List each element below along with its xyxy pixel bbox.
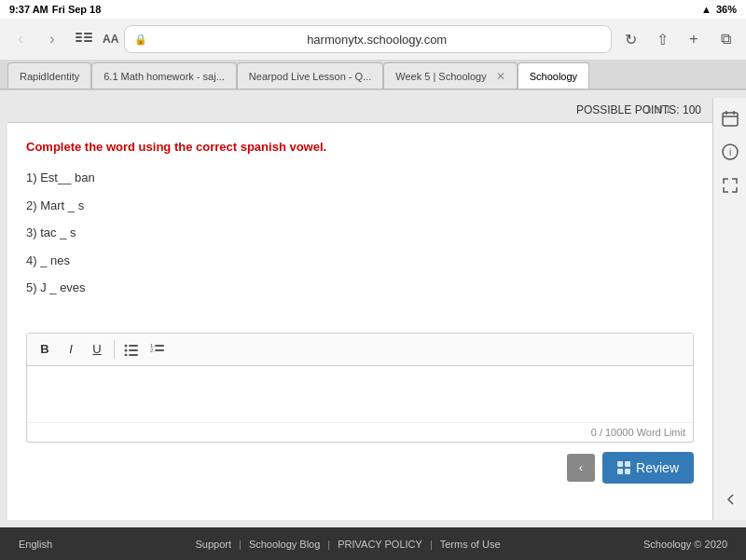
footer: English Support | Schoology Blog | PRIVA… <box>0 527 746 560</box>
right-sidebar: i <box>712 98 746 520</box>
url-text: harmonytx.schoology.com <box>152 33 601 47</box>
status-left: 9:37 AM Fri Sep 18 <box>9 4 101 15</box>
svg-rect-17 <box>625 461 630 467</box>
svg-rect-15 <box>155 349 164 351</box>
tabs-button[interactable]: ⧉ <box>712 26 739 52</box>
footer-support-link[interactable]: Support <box>195 539 231 550</box>
question-4: 4) _ nes <box>26 252 694 270</box>
content-area: 1 of 1 POSSIBLE POINTS: 100 Complete the… <box>7 98 712 520</box>
question-3: 3) tac _ s <box>26 224 694 242</box>
svg-rect-0 <box>76 33 82 34</box>
reload-button[interactable]: ↻ <box>617 26 643 52</box>
svg-rect-11 <box>129 354 138 356</box>
svg-text:i: i <box>729 147 731 157</box>
tab-math-homework[interactable]: 6.1 Math homework - saj... <box>91 62 237 89</box>
share-button[interactable]: ⇧ <box>649 26 675 52</box>
toolbar-actions: ↻ ⇧ + ⧉ <box>617 26 739 52</box>
svg-rect-16 <box>617 461 623 467</box>
back-button[interactable]: ‹ <box>7 26 34 52</box>
collapse-icon[interactable] <box>717 486 743 512</box>
svg-rect-5 <box>84 40 92 42</box>
footer-copyright: Schoology © 2020 <box>643 539 727 550</box>
svg-point-8 <box>125 348 128 351</box>
question-5: 5) J _ eves <box>26 279 694 297</box>
editor-content-area[interactable] <box>27 366 693 422</box>
svg-point-10 <box>125 353 128 356</box>
browser-toolbar: ‹ › AA 🔒 harmonytx.schoology.com ↻ ⇧ + ⧉ <box>0 19 746 60</box>
address-bar[interactable]: 🔒 harmonytx.schoology.com <box>124 25 612 53</box>
svg-text:2.: 2. <box>150 348 155 353</box>
page-header: 1 of 1 POSSIBLE POINTS: 100 <box>7 98 712 123</box>
svg-rect-3 <box>84 33 92 34</box>
info-icon[interactable]: i <box>717 139 743 165</box>
status-right: ▲ 36% <box>701 4 737 15</box>
footer-blog-link[interactable]: Schoology Blog <box>249 539 320 550</box>
svg-rect-2 <box>76 40 82 42</box>
tab-week5[interactable]: Week 5 | Schoology ✕ <box>383 62 517 89</box>
unordered-list-button[interactable] <box>119 337 144 362</box>
tab-schoology[interactable]: Schoology <box>518 62 589 89</box>
ordered-list-button[interactable]: 1.2. <box>145 337 170 362</box>
browser-chrome: ‹ › AA 🔒 harmonytx.schoology.com ↻ ⇧ + ⧉… <box>0 19 746 90</box>
tabs-bar: RapidIdentity 6.1 Math homework - saj...… <box>0 60 746 89</box>
reader-view-button[interactable] <box>71 26 97 52</box>
expand-icon[interactable] <box>717 172 743 198</box>
instructions-text: Complete the word using the correct span… <box>26 140 694 154</box>
tab-rapididentity[interactable]: RapidIdentity <box>7 62 91 89</box>
calendar-icon[interactable] <box>717 105 743 131</box>
time: 9:37 AM <box>9 4 48 15</box>
aa-button[interactable]: AA <box>103 33 118 46</box>
svg-point-6 <box>125 344 128 347</box>
word-limit-text: 0 / 10000 Word Limit <box>27 422 693 442</box>
footer-language: English <box>19 539 52 550</box>
svg-rect-18 <box>617 469 623 474</box>
question-1: 1) Est__ ban <box>26 169 694 187</box>
svg-rect-13 <box>155 345 164 347</box>
possible-points: POSSIBLE POINTS: 100 <box>576 103 701 116</box>
date: Fri Sep 18 <box>52 4 102 15</box>
previous-button[interactable]: ‹ <box>567 454 595 482</box>
svg-rect-1 <box>76 36 82 38</box>
editor-toolbar: B I U 1.2. <box>27 334 693 366</box>
footer-terms-link[interactable]: Terms of Use <box>440 539 501 550</box>
new-tab-button[interactable]: + <box>681 26 707 52</box>
bottom-actions: ‹ Review <box>7 443 712 493</box>
question-2: 2) Mart _ s <box>26 197 694 215</box>
main-area: 1 of 1 POSSIBLE POINTS: 100 Complete the… <box>0 90 746 527</box>
svg-rect-19 <box>625 469 630 474</box>
wifi-icon: ▲ <box>701 4 711 15</box>
lock-icon: 🔒 <box>134 34 147 46</box>
bold-button[interactable]: B <box>33 337 57 362</box>
review-button[interactable]: Review <box>602 452 694 484</box>
underline-button[interactable]: U <box>85 337 109 362</box>
page-indicator: 1 of 1 <box>645 103 671 115</box>
footer-privacy-link[interactable]: PRIVACY POLICY <box>338 539 422 550</box>
tab-nearpod[interactable]: Nearpod Live Lesson - Q... <box>237 62 383 89</box>
battery-text: 36% <box>716 4 737 15</box>
svg-rect-7 <box>129 345 138 347</box>
toolbar-divider <box>114 340 115 359</box>
question-area: Complete the word using the correct span… <box>7 123 712 323</box>
svg-rect-20 <box>723 113 738 126</box>
status-bar: 9:37 AM Fri Sep 18 ▲ 36% <box>0 0 746 19</box>
footer-links: Support | Schoology Blog | PRIVACY POLIC… <box>195 539 500 550</box>
svg-rect-4 <box>84 36 92 38</box>
italic-button[interactable]: I <box>59 337 83 362</box>
svg-rect-9 <box>129 349 138 351</box>
forward-button[interactable]: › <box>39 26 65 52</box>
tab-week5-close[interactable]: ✕ <box>496 70 505 83</box>
review-button-label: Review <box>636 460 679 475</box>
text-editor: B I U 1.2. 0 / 10000 Word Limit <box>26 333 694 443</box>
